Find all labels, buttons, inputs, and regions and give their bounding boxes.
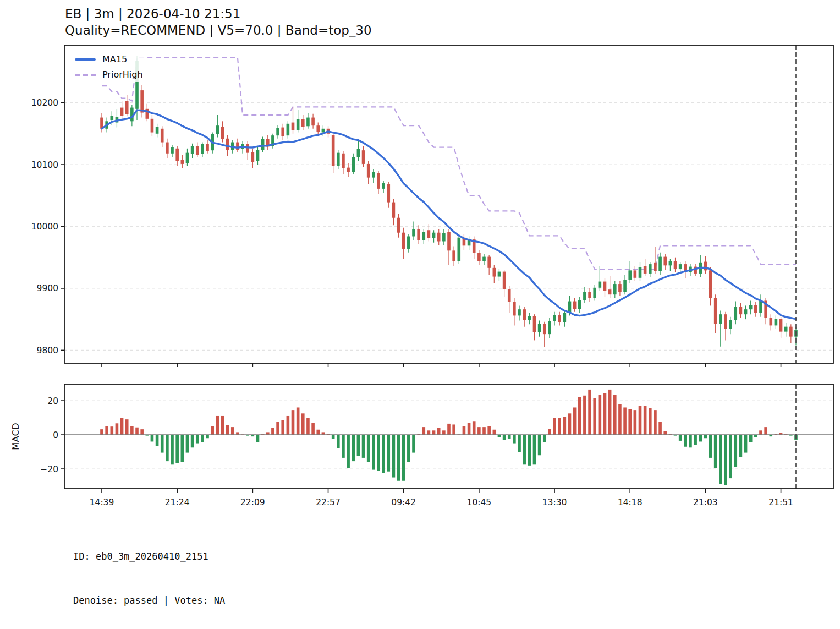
candle-body	[442, 233, 446, 242]
candle-body	[482, 257, 486, 261]
macd-bar	[377, 435, 380, 471]
candle-body	[654, 263, 657, 271]
candle-body	[729, 320, 732, 329]
macd-bar	[407, 435, 410, 462]
macd-bar	[719, 435, 722, 484]
priorhigh-line-swatch	[75, 74, 96, 76]
candle-body	[789, 327, 793, 337]
candle-body	[352, 157, 355, 172]
candle-body	[311, 118, 315, 126]
macd-bar	[231, 427, 234, 435]
candle-body	[588, 292, 591, 298]
macd-bar	[739, 435, 743, 457]
macd-bar	[503, 435, 506, 440]
macd-bar	[618, 404, 622, 435]
candle-body	[568, 302, 572, 313]
macd-bar	[140, 429, 144, 435]
macd-tick-label: −20	[40, 464, 58, 474]
macd-bar	[679, 435, 682, 441]
candle-body	[498, 272, 501, 277]
macd-bar	[166, 435, 169, 461]
macd-bar	[533, 435, 536, 464]
x-tick-label: 22:09	[240, 497, 265, 507]
candle-body	[362, 150, 365, 164]
candle-body	[140, 90, 144, 112]
legend-item-priorhigh: PriorHigh	[75, 69, 143, 80]
candlestick-layer	[100, 56, 798, 347]
macd-bar	[135, 428, 139, 435]
candle-body	[367, 164, 370, 178]
macd-bar	[528, 435, 531, 466]
candle-body	[754, 305, 757, 313]
macd-bar	[316, 430, 320, 435]
macd-bar	[156, 435, 159, 446]
macd-bar	[709, 435, 712, 458]
candle-body	[236, 143, 239, 150]
macd-bar	[130, 426, 134, 435]
candle-body	[548, 321, 551, 335]
macd-bar	[634, 410, 637, 435]
macd-bar	[482, 427, 486, 435]
x-tick-label: 21:51	[768, 497, 793, 507]
macd-bar	[684, 435, 687, 447]
candle-body	[156, 127, 159, 133]
macd-bar	[387, 435, 390, 472]
macd-bar	[704, 435, 707, 438]
macd-bar	[447, 424, 451, 435]
macd-bar	[493, 430, 496, 435]
candle-body	[292, 123, 295, 130]
macd-bar	[588, 390, 591, 435]
macd-bar	[654, 410, 657, 435]
macd-bar	[744, 435, 748, 453]
candle-body	[181, 160, 184, 164]
candle-body	[779, 319, 783, 332]
candle-body	[261, 139, 265, 150]
candle-body	[437, 233, 441, 242]
macd-bar	[367, 435, 370, 462]
price-tick-label: 9800	[37, 346, 58, 355]
candle-body	[649, 264, 652, 274]
candle-body	[196, 146, 199, 155]
macd-bar	[694, 435, 697, 445]
candle-body	[166, 143, 169, 154]
macd-bar	[553, 418, 556, 435]
candle-body	[427, 230, 431, 238]
macd-bar	[292, 410, 295, 435]
candle-body	[382, 183, 385, 189]
candle-body	[679, 264, 682, 269]
macd-bar	[468, 423, 471, 435]
candle-body	[769, 318, 772, 325]
macd-bar	[175, 435, 179, 463]
macd-bar	[639, 406, 642, 435]
diagnostics-text-block: ID: eb0_3m_20260410_2151 Denoise: passed…	[73, 519, 360, 629]
candle-body	[251, 152, 255, 162]
macd-bar	[463, 426, 466, 435]
candle-body	[628, 270, 632, 280]
macd-bar	[256, 435, 260, 442]
macd-bar	[171, 435, 174, 464]
macd-bar	[186, 435, 189, 453]
ma15-line-swatch	[75, 58, 96, 61]
candle-body	[246, 144, 249, 153]
macd-bar	[523, 435, 526, 464]
macd-bar	[382, 435, 385, 473]
candle-body	[639, 267, 642, 278]
macd-bar	[297, 407, 300, 435]
macd-bar	[372, 435, 375, 470]
candle-body	[719, 314, 722, 324]
macd-bar	[337, 435, 340, 448]
candle-body	[724, 314, 727, 329]
macd-bar	[402, 435, 405, 481]
macd-bar	[729, 435, 732, 478]
macd-bar	[120, 418, 124, 435]
macd-bar	[608, 390, 612, 435]
candle-body	[644, 266, 647, 273]
macd-bar	[649, 408, 652, 435]
macd-bar	[191, 435, 194, 447]
candle-body	[432, 233, 436, 238]
candle-body	[669, 261, 672, 265]
candle-body	[332, 135, 335, 166]
macd-tick-label: 0	[53, 430, 58, 440]
macd-bar	[734, 435, 737, 467]
candle-body	[417, 229, 420, 240]
